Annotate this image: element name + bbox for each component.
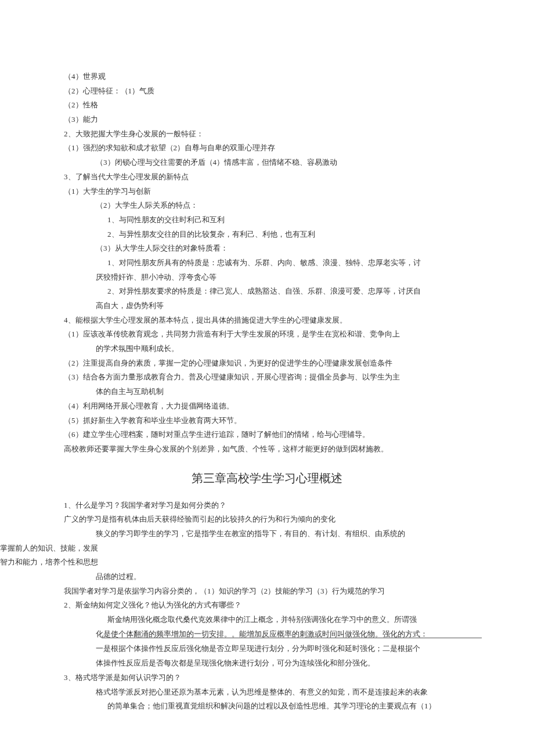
text-line: （3）闭锁心理与交往需要的矛盾（4）情感丰富，但情绪不稳、容易激动 <box>64 155 470 170</box>
text-line: （2）注重提高自身的素质，掌握一定的心理健康知识，为更好的促进学生的心理健康发展… <box>64 356 470 371</box>
text-line: 4、能根据大学生心理发展的基本特点，提出具体的措施促进大学生的心理健康发展。 <box>64 313 470 328</box>
text-line: 我国学者对学习是依据学习内容分类的，（1）知识的学习（2）技能的学习（3）行为规… <box>64 584 470 599</box>
text-line: 化是使个体翻涌的频率增加的一切安排。。能增加反应概率的刺激或时间叫做强化物。强化… <box>64 627 470 642</box>
text-line: （1）强烈的求知欲和成才欲望（2）自尊与自卑的双重心理并存 <box>64 141 470 155</box>
text-line: 狭义的学习即学生的学习，它是指学生在教室的指导下，有目的、有计划、有组织、由系统… <box>64 527 470 541</box>
text-line: （1）大学生的学习与创新 <box>64 185 470 199</box>
text-line: 厌狡猾奸诈、胆小冲动、浮夸贪心等 <box>64 270 470 285</box>
text-line: 体的自主与互助机制 <box>64 385 470 399</box>
text-line: 3、格式塔学派是如何认识学习的？ <box>64 671 470 685</box>
text-line: 1、与同性朋友的交往时利己和互利 <box>64 213 470 227</box>
text-line: 高校教师还要掌握大学生身心发展的个别差异，如气质、个性等，这样才能更好的做到因材… <box>64 442 470 457</box>
text-line: （6）建立学生心理档案，随时对重点学生进行追踪，随时了解他们的情绪，给与心理辅导… <box>64 428 470 442</box>
text-line: 3、了解当代大学生心理发展的新特点 <box>64 170 470 185</box>
text-line: 品德的过程。 <box>64 570 470 584</box>
text-line: 的简单集合；他们重视直觉组织和解决问题的过程以及创造性思维。其学习理论的主要观点… <box>64 699 470 714</box>
text-line: 一是根据个体操作性反应后强化物是否立即呈现进行划分，分为即时强化和延时强化；二是… <box>64 642 470 656</box>
text-line: （4）世界观 <box>64 70 470 84</box>
text-line: （2）大学生人际关系的特点： <box>64 198 470 213</box>
text-line: 高自大，虚伪势利等 <box>64 299 470 313</box>
text-line: 掌握前人的知识、技能，发展 <box>0 541 470 556</box>
text-line: 广义的学习是指有机体由后天获得经验而引起的比较持久的行为和行为倾向的变化 <box>64 512 470 527</box>
text-line: （1）应该改革传统教育观念，共同努力营造有利于大学生发展的环境，是学生在宽松和谐… <box>64 327 470 342</box>
chapter-heading: 第三章高校学生学习心理概述 <box>64 467 470 489</box>
text-line: （4）利用网络开展心理教育，大力提倡网络道德。 <box>64 399 470 414</box>
text-line: 2、对异性朋友要求的特质是：律己宽人、成熟豁达、自强、乐群、浪漫可爱、忠厚等，讨… <box>64 284 470 299</box>
text-line: （2）性格 <box>64 98 470 113</box>
text-line: （3）能力 <box>64 113 470 127</box>
text-line: （2）心理特征：（1）气质 <box>64 84 470 99</box>
text-line: 1、对同性朋友所具有的特质是：忠诚有为、乐群、内向、敏感、浪漫、独特、忠厚老实等… <box>64 256 470 270</box>
text-line: 2、与异性朋友交往的目的比较复杂，有利己、利他，也有互利 <box>64 227 470 242</box>
text-line: （3）结合各方面力量形成教育合力。普及心理健康知识，开展心理咨询；提倡全员参与、… <box>64 370 470 385</box>
text-line: 体操作性反应后是否每次都是呈现强化物来进行划分，可分为连续强化和部分强化。 <box>64 656 470 671</box>
text-line: 斯金纳用强化概念取代桑代克效果律中的江上概念，并特别强调强化在学习中的意义。所谓… <box>64 613 470 627</box>
text-line: （3）从大学生人际交往的对象特质看： <box>64 241 470 256</box>
text-line: （5）抓好新生入学教育和毕业生毕业教育两大环节。 <box>64 414 470 428</box>
text-line: 智力和能力，培养个性和思想 <box>0 555 470 570</box>
text-line: 1、什么是学习？我国学者对学习是如何分类的？ <box>64 498 470 513</box>
text-line: 的学术氛围中顺利成长。 <box>64 342 470 356</box>
text-line: 格式塔学派反对把心里还原为基本元素，认为思维是整体的、有意义的知觉，而不是连接起… <box>64 685 470 700</box>
text-line: 2、斯金纳如何定义强化？他认为强化的方式有哪些？ <box>64 598 470 613</box>
text-line: 2、大致把握大学生身心发展的一般特征： <box>64 127 470 142</box>
